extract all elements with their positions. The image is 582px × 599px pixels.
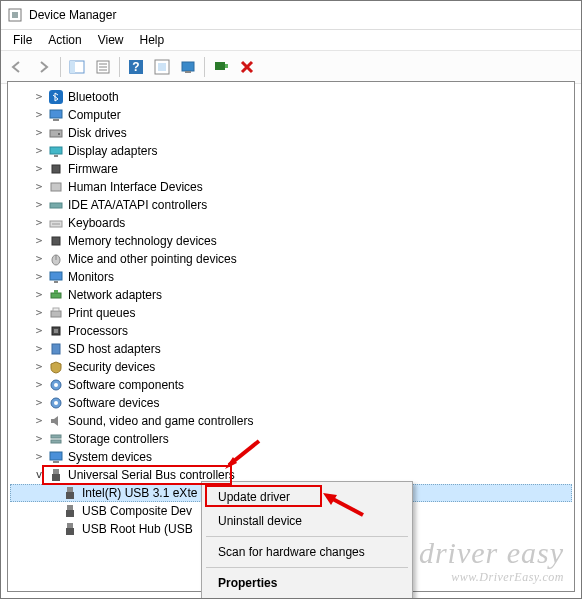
tree-node[interactable]: >Security devices (10, 358, 572, 376)
tree-node[interactable]: >Keyboards (10, 214, 572, 232)
chevron-down-icon[interactable]: v (32, 466, 46, 484)
forward-button[interactable] (32, 55, 56, 79)
tree-label: USB Composite Dev (82, 502, 192, 520)
properties-button[interactable] (91, 55, 115, 79)
svg-rect-48 (53, 469, 59, 474)
chevron-right-icon[interactable]: > (32, 88, 46, 106)
ctx-separator (206, 536, 408, 537)
display-adapter-icon (48, 143, 64, 159)
svg-rect-18 (53, 119, 59, 121)
component-icon (48, 377, 64, 393)
ctx-update-driver[interactable]: Update driver (204, 485, 410, 509)
chevron-right-icon[interactable]: > (32, 268, 46, 286)
tree-node[interactable]: >Mice and other pointing devices (10, 250, 572, 268)
tree-label: SD host adapters (68, 340, 161, 358)
tree-node[interactable]: >Monitors (10, 268, 572, 286)
svg-rect-50 (67, 487, 73, 492)
watermark-line2: www.DriverEasy.com (419, 570, 564, 585)
svg-rect-54 (67, 523, 73, 528)
tree-label: Bluetooth (68, 88, 119, 106)
chevron-right-icon[interactable]: > (32, 160, 46, 178)
tree-node[interactable]: >Software devices (10, 394, 572, 412)
tree-node[interactable]: >Processors (10, 322, 572, 340)
app-icon (7, 7, 23, 23)
svg-rect-51 (66, 492, 74, 499)
toolbar: ? (1, 50, 581, 84)
svg-point-20 (58, 133, 60, 135)
menu-view[interactable]: View (90, 31, 132, 49)
chevron-right-icon[interactable]: > (32, 412, 46, 430)
ctx-properties[interactable]: Properties (204, 571, 410, 595)
mouse-icon (48, 251, 64, 267)
svg-rect-45 (51, 440, 61, 443)
svg-rect-34 (54, 290, 58, 293)
enable-button[interactable] (176, 55, 200, 79)
tree-label: IDE ATA/ATAPI controllers (68, 196, 207, 214)
tree-label: Software components (68, 376, 184, 394)
svg-rect-28 (52, 237, 60, 245)
back-button[interactable] (6, 55, 30, 79)
menu-action[interactable]: Action (40, 31, 89, 49)
chevron-right-icon[interactable]: > (32, 376, 46, 394)
chevron-right-icon[interactable]: > (32, 124, 46, 142)
tree-node[interactable]: >SD host adapters (10, 340, 572, 358)
ctx-separator (206, 567, 408, 568)
svg-point-41 (54, 383, 58, 387)
tree-node[interactable]: >Disk drives (10, 124, 572, 142)
ctx-uninstall-device[interactable]: Uninstall device (204, 509, 410, 533)
usb-device-icon (62, 521, 78, 537)
tree-node[interactable]: >Display adapters (10, 142, 572, 160)
tree-node[interactable]: >Memory technology devices (10, 232, 572, 250)
help-button[interactable]: ? (124, 55, 148, 79)
tree-node[interactable]: >Bluetooth (10, 88, 572, 106)
chevron-right-icon[interactable]: > (32, 196, 46, 214)
show-console-tree-button[interactable] (65, 55, 89, 79)
tree-node[interactable]: >Print queues (10, 304, 572, 322)
tree-node[interactable]: >Computer (10, 106, 572, 124)
tree-label: Sound, video and game controllers (68, 412, 253, 430)
chevron-right-icon[interactable]: > (32, 142, 46, 160)
chevron-right-icon[interactable]: > (32, 232, 46, 250)
scan-hardware-button[interactable] (209, 55, 233, 79)
menu-file[interactable]: File (5, 31, 40, 49)
svg-rect-3 (70, 61, 75, 73)
svg-rect-55 (66, 528, 74, 535)
tree-node[interactable]: >IDE ATA/ATAPI controllers (10, 196, 572, 214)
menubar: File Action View Help (1, 30, 581, 50)
uninstall-button[interactable] (235, 55, 259, 79)
tree-node[interactable]: >System devices (10, 448, 572, 466)
tree-node[interactable]: >Human Interface Devices (10, 178, 572, 196)
chevron-right-icon[interactable]: > (32, 286, 46, 304)
svg-rect-23 (52, 165, 60, 173)
chevron-right-icon[interactable]: > (32, 214, 46, 232)
disk-icon (48, 125, 64, 141)
tree-label: Network adapters (68, 286, 162, 304)
update-driver-button[interactable] (150, 55, 174, 79)
chevron-right-icon[interactable]: > (32, 394, 46, 412)
tree-node[interactable]: >Network adapters (10, 286, 572, 304)
tree-label: USB Root Hub (USB (82, 520, 193, 538)
svg-rect-44 (51, 435, 61, 438)
chevron-right-icon[interactable]: > (32, 448, 46, 466)
chevron-right-icon[interactable]: > (32, 340, 46, 358)
chevron-right-icon[interactable]: > (32, 322, 46, 340)
chip-icon (48, 233, 64, 249)
usb-device-icon (62, 485, 78, 501)
sd-icon (48, 341, 64, 357)
device-tree[interactable]: >Bluetooth >Computer >Disk drives >Displ… (8, 82, 574, 544)
chevron-right-icon[interactable]: > (32, 430, 46, 448)
chevron-right-icon[interactable]: > (32, 304, 46, 322)
tree-node[interactable]: >Firmware (10, 160, 572, 178)
tree-node[interactable]: >Sound, video and game controllers (10, 412, 572, 430)
chevron-right-icon[interactable]: > (32, 358, 46, 376)
chip-icon (48, 161, 64, 177)
ctx-scan-hardware[interactable]: Scan for hardware changes (204, 540, 410, 564)
window-title: Device Manager (29, 8, 116, 22)
menu-help[interactable]: Help (132, 31, 173, 49)
tree-node[interactable]: >Storage controllers (10, 430, 572, 448)
chevron-right-icon[interactable]: > (32, 178, 46, 196)
svg-rect-46 (50, 452, 62, 460)
chevron-right-icon[interactable]: > (32, 250, 46, 268)
chevron-right-icon[interactable]: > (32, 106, 46, 124)
tree-node[interactable]: >Software components (10, 376, 572, 394)
